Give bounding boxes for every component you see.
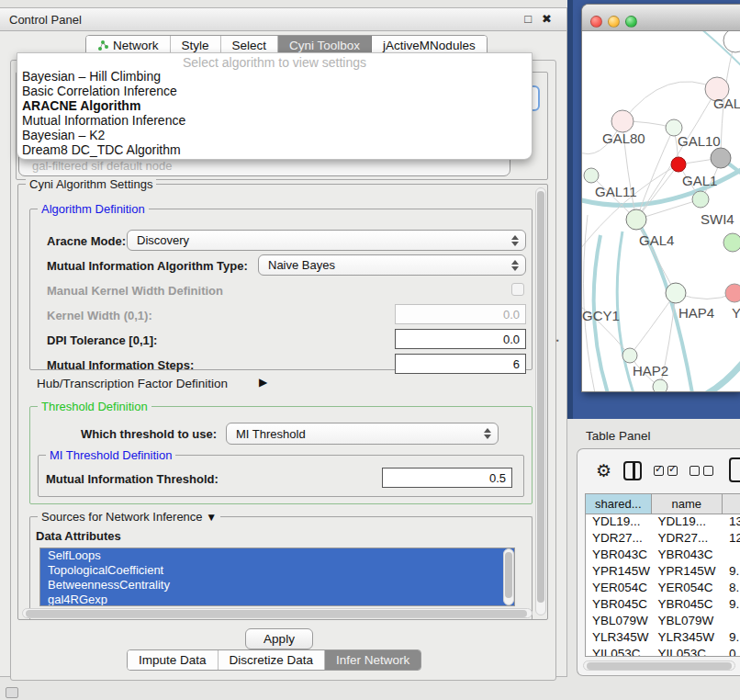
table-header-row: shared... name: [586, 494, 740, 514]
dropdown-item[interactable]: Dream8 DC_TDC Algorithm: [17, 142, 532, 157]
table-mode-icon[interactable]: [729, 457, 740, 482]
node-label: GAL11: [595, 184, 637, 199]
mi-algorithm-type-combobox[interactable]: Naive Bayes: [258, 254, 526, 276]
list-item[interactable]: gal4RGexp: [40, 593, 514, 606]
list-item[interactable]: TopologicalCoefficient: [40, 563, 514, 578]
network-window-titlebar[interactable]: [582, 5, 740, 31]
tab-impute-data-label: Impute Data: [139, 653, 207, 667]
node-label: HAP4: [678, 305, 714, 321]
tab-network-label: Network: [113, 39, 159, 52]
dropdown-item-selected[interactable]: ARACNE Algorithm: [17, 98, 532, 113]
tab-select-label: Select: [232, 39, 267, 52]
sources-group: Sources for Network Inference ▼ Data Att…: [29, 516, 533, 620]
collapse-down-icon[interactable]: ▼: [206, 511, 217, 524]
aracne-mode-label: Aracne Mode:: [47, 234, 126, 248]
table-row[interactable]: YIL053CYIL053C0: [586, 647, 740, 657]
close-icon[interactable]: ✖: [542, 12, 552, 26]
table-row[interactable]: YER054CYER054C8.: [586, 581, 740, 597]
tab-cyni-toolbox-label: Cyni Toolbox: [289, 39, 360, 52]
table-select-value: gal-filtered sif default node: [32, 159, 172, 173]
network-canvas[interactable]: GAL GAL80 GAL10 GAL11 GAL1 SWI4 GAL4 GCY…: [582, 31, 740, 392]
node-table[interactable]: shared... name YDL19...YDL19...13 YDR27.…: [585, 493, 740, 657]
deselect-all-icon[interactable]: [690, 466, 713, 476]
which-threshold-label: Which threshold to use:: [81, 427, 217, 441]
mi-threshold-group-title: MI Threshold Definition: [46, 448, 175, 462]
algorithm-definition-title: Algorithm Definition: [38, 202, 149, 216]
network-view-window[interactable]: GAL GAL80 GAL10 GAL11 GAL1 SWI4 GAL4 GCY…: [581, 4, 740, 392]
data-attributes-list[interactable]: SelfLoops TopologicalCoefficient Between…: [39, 548, 515, 606]
algorithm-dropdown-list[interactable]: Select algorithm to view settings Bayesi…: [17, 52, 533, 160]
table-toolbar: ⚙: [577, 449, 740, 491]
node-label: Y: [732, 305, 740, 321]
settings-horizontal-scrollbar[interactable]: [22, 608, 533, 618]
dpi-tolerance-value: 0.0: [503, 333, 520, 346]
kernel-width-label: Kernel Width (0,1):: [47, 309, 152, 322]
table-row[interactable]: YDL19...YDL19...13: [586, 514, 740, 531]
dropdown-item[interactable]: Bayesian – K2: [17, 128, 532, 142]
node-label: SWI4: [701, 211, 734, 227]
column-header-shared[interactable]: shared...: [586, 494, 652, 514]
dropdown-item[interactable]: Basic Correlation Inference: [17, 84, 532, 98]
expand-right-icon[interactable]: ▶: [259, 376, 267, 389]
list-item[interactable]: BetweennessCentrality: [40, 578, 514, 593]
minimize-traffic-light-icon[interactable]: [608, 16, 620, 28]
table-row[interactable]: YBL079WYBL079W: [586, 614, 740, 630]
dropdown-hint: Select algorithm to view settings: [17, 53, 532, 69]
table-row[interactable]: YPR145WYPR145W9.: [586, 564, 740, 581]
table-horizontal-scrollbar[interactable]: [583, 660, 735, 671]
column-header-3[interactable]: [723, 494, 740, 514]
tab-infer-network[interactable]: Infer Network: [325, 650, 420, 670]
minimized-panel-icon[interactable]: [6, 687, 18, 698]
dpi-tolerance-field[interactable]: 0.0: [395, 329, 526, 349]
aracne-mode-combobox[interactable]: Discovery: [127, 230, 526, 251]
split-columns-icon[interactable]: [623, 461, 642, 480]
list-vertical-scrollbar[interactable]: [503, 548, 514, 605]
table-row[interactable]: YDR27...YDR27...12: [586, 531, 740, 548]
control-panel-titlebar[interactable]: Control Panel □ ✖: [0, 8, 566, 31]
column-header-name[interactable]: name: [652, 494, 723, 514]
apply-button[interactable]: Apply: [245, 628, 313, 649]
scrollbar-thumb[interactable]: [26, 610, 527, 617]
aracne-mode-value: Discovery: [137, 233, 189, 247]
network-icon: [97, 40, 109, 51]
table-panel-dock: Table Panel ⚙ shared... name YDL19...YDL…: [567, 419, 740, 700]
spinner-arrows-icon: [511, 235, 519, 246]
dropdown-item[interactable]: Bayesian – Hill Climbing: [17, 69, 532, 84]
tab-discretize-data[interactable]: Discretize Data: [219, 650, 326, 670]
mi-steps-label: Mutual Information Steps:: [47, 358, 194, 372]
float-window-icon[interactable]: □: [524, 12, 532, 26]
scrollbar-thumb[interactable]: [587, 662, 732, 670]
node-label: GAL: [713, 96, 740, 111]
mi-steps-field[interactable]: 6: [395, 354, 526, 374]
list-item[interactable]: SelfLoops: [40, 548, 514, 563]
which-threshold-combobox[interactable]: MI Threshold: [226, 423, 499, 445]
sources-group-title[interactable]: Sources for Network Inference ▼: [38, 510, 220, 524]
node-label: HAP2: [633, 363, 668, 378]
mi-threshold-field[interactable]: 0.5: [382, 468, 512, 488]
tab-style-label: Style: [182, 39, 209, 52]
scrollbar-thumb[interactable]: [537, 191, 544, 603]
table-row[interactable]: YBR043CYBR043C: [586, 548, 740, 564]
dropdown-item[interactable]: Mutual Information Inference: [17, 113, 532, 128]
mi-algorithm-type-label: Mutual Information Algorithm Type:: [47, 259, 248, 273]
close-traffic-light-icon[interactable]: [590, 16, 602, 28]
node-label: GAL4: [639, 232, 674, 248]
settings-vertical-scrollbar[interactable]: [535, 187, 546, 615]
manual-kernel-width-checkbox[interactable]: [511, 283, 524, 296]
control-panel-title: Control Panel: [9, 13, 82, 27]
table-row[interactable]: YLR345WYLR345W9.: [586, 630, 740, 647]
kernel-width-field[interactable]: 0.0: [395, 304, 526, 324]
network-graph: GAL GAL80 GAL10 GAL11 GAL1 SWI4 GAL4 GCY…: [582, 31, 740, 392]
select-all-icon[interactable]: [654, 466, 678, 476]
zoom-traffic-light-icon[interactable]: [625, 16, 637, 28]
table-row[interactable]: YBR045CYBR045C9.: [586, 597, 740, 614]
tab-impute-data[interactable]: Impute Data: [128, 650, 219, 670]
which-threshold-value: MI Threshold: [236, 427, 306, 441]
scrollbar-thumb[interactable]: [505, 552, 512, 598]
hub-definition-label[interactable]: Hub/Transcription Factor Definition: [37, 377, 228, 390]
splitter-grip[interactable]: ▪: [556, 338, 561, 347]
gear-icon[interactable]: ⚙: [596, 460, 611, 481]
node-label: GAL1: [682, 173, 717, 188]
table-panel-title: Table Panel: [586, 429, 651, 443]
cyni-algorithm-settings-group: Cyni Algorithm Settings Algorithm Defini…: [17, 184, 548, 620]
